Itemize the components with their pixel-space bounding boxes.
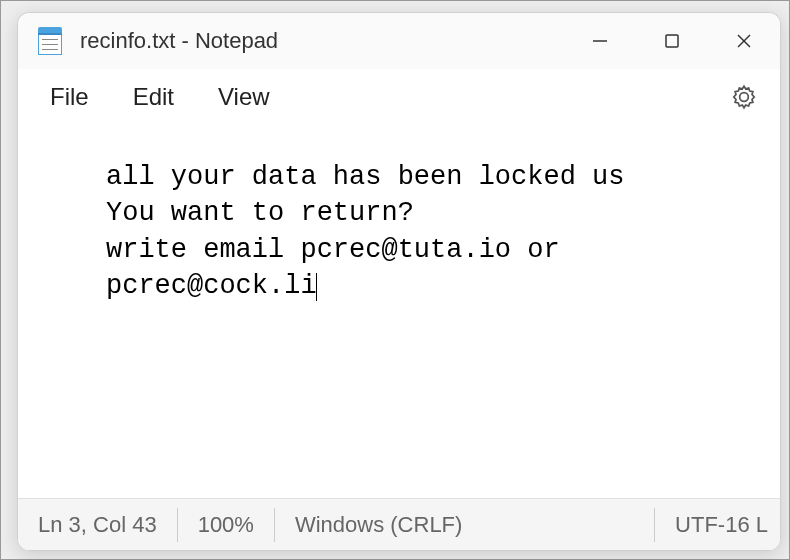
close-icon xyxy=(734,31,754,51)
settings-button[interactable] xyxy=(722,75,766,119)
status-cursor-position: Ln 3, Col 43 xyxy=(30,508,178,542)
close-button[interactable] xyxy=(708,13,780,69)
app-frame: PC risk.com recinfo.txt - Notepad xyxy=(0,0,790,560)
text-editor[interactable]: all your data has been locked us You wan… xyxy=(18,125,780,498)
window-controls xyxy=(564,13,780,69)
text-caret xyxy=(316,273,317,301)
status-encoding: UTF-16 L xyxy=(655,508,768,542)
text-content: all your data has been locked us You wan… xyxy=(106,162,624,301)
menubar: File Edit View xyxy=(18,69,780,125)
minimize-icon xyxy=(591,32,609,50)
svg-rect-1 xyxy=(666,35,678,47)
titlebar[interactable]: recinfo.txt - Notepad xyxy=(18,13,780,69)
menu-edit[interactable]: Edit xyxy=(111,75,196,119)
menu-view[interactable]: View xyxy=(196,75,292,119)
maximize-button[interactable] xyxy=(636,13,708,69)
status-line-ending: Windows (CRLF) xyxy=(275,508,655,542)
notepad-window: recinfo.txt - Notepad File Edit V xyxy=(17,12,781,551)
notepad-icon xyxy=(38,27,62,55)
minimize-button[interactable] xyxy=(564,13,636,69)
menu-file[interactable]: File xyxy=(28,75,111,119)
maximize-icon xyxy=(663,32,681,50)
status-zoom[interactable]: 100% xyxy=(178,508,275,542)
window-title: recinfo.txt - Notepad xyxy=(80,28,564,54)
gear-icon xyxy=(731,84,757,110)
statusbar: Ln 3, Col 43 100% Windows (CRLF) UTF-16 … xyxy=(18,498,780,550)
